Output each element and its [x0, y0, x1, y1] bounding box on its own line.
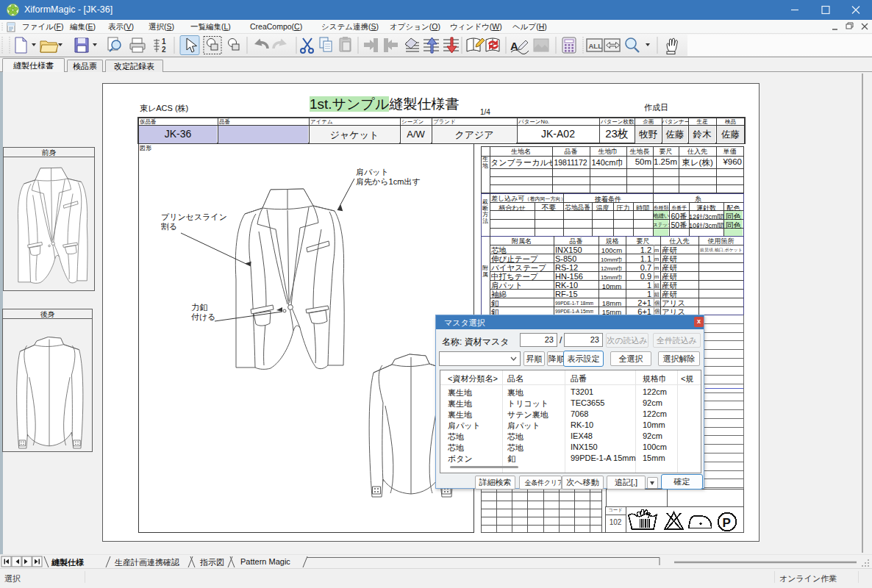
- svg-text:P: P: [723, 516, 731, 530]
- svg-text:2: 2: [162, 46, 166, 54]
- svg-text:1: 1: [162, 37, 166, 46]
- svg-text:ALL: ALL: [589, 42, 603, 50]
